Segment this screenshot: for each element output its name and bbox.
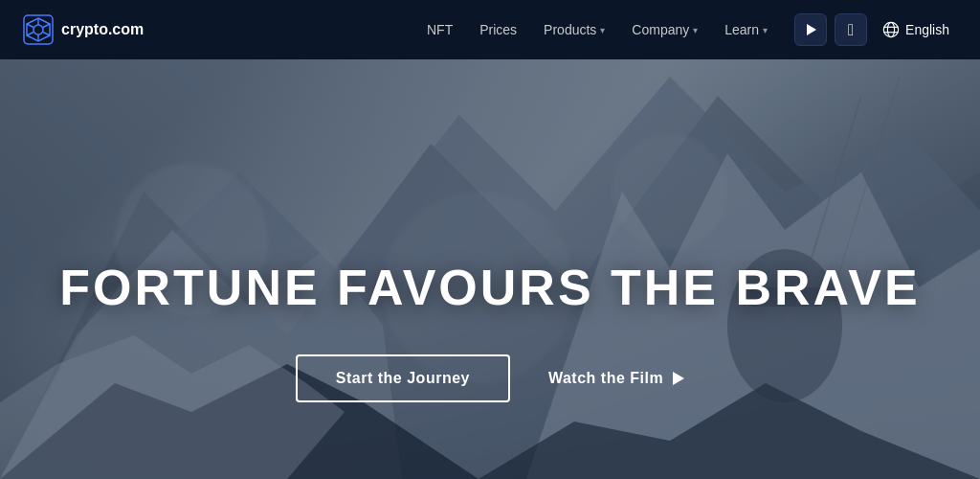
svg-line-23 xyxy=(43,24,50,28)
logo[interactable]: crypto.com xyxy=(23,14,144,45)
watch-film-button[interactable]: Watch the Film xyxy=(548,370,684,387)
nav-prices-label: Prices xyxy=(479,22,517,37)
company-chevron-icon: ▾ xyxy=(693,25,698,35)
hero-buttons: Start the Journey Watch the Film xyxy=(296,354,684,402)
nav-learn[interactable]: Learn ▾ xyxy=(724,22,768,37)
nav-learn-label: Learn xyxy=(724,22,759,37)
nav-company-label: Company xyxy=(632,22,689,37)
nav-prices[interactable]: Prices xyxy=(479,22,517,37)
svg-point-17 xyxy=(33,25,43,34)
start-journey-button[interactable]: Start the Journey xyxy=(296,354,510,402)
hero-overlay-darkener xyxy=(0,0,980,479)
crypto-logo-icon xyxy=(23,14,54,45)
nav-nft[interactable]: NFT xyxy=(427,22,453,37)
globe-icon xyxy=(882,21,900,38)
svg-point-24 xyxy=(883,22,898,36)
navbar: crypto.com NFT Prices Products ▾ Company… xyxy=(0,0,980,59)
nav-links: NFT Prices Products ▾ Company ▾ Learn ▾ xyxy=(427,22,768,37)
nav-products-label: Products xyxy=(544,22,596,37)
svg-line-21 xyxy=(43,33,50,36)
watch-film-label: Watch the Film xyxy=(548,370,663,387)
svg-line-20 xyxy=(27,24,33,28)
logo-text: crypto.com xyxy=(61,21,144,38)
nav-actions:  English xyxy=(794,13,957,46)
play-store-button[interactable] xyxy=(794,13,827,46)
products-chevron-icon: ▾ xyxy=(600,25,605,35)
svg-line-22 xyxy=(27,33,33,36)
hero-content: FORTUNE FAVOURS THE BRAVE Start the Jour… xyxy=(0,259,980,402)
hero-title: FORTUNE FAVOURS THE BRAVE xyxy=(59,259,920,316)
nav-nft-label: NFT xyxy=(427,22,453,37)
learn-chevron-icon: ▾ xyxy=(763,25,768,35)
app-store-button[interactable]:  xyxy=(835,13,867,46)
play-triangle-icon xyxy=(807,24,816,35)
apple-icon:  xyxy=(848,22,854,38)
hero-section: FORTUNE FAVOURS THE BRAVE Start the Jour… xyxy=(0,0,980,479)
language-label: English xyxy=(905,22,949,37)
nav-products[interactable]: Products ▾ xyxy=(544,22,605,37)
svg-point-25 xyxy=(887,22,894,36)
play-icon xyxy=(673,372,684,385)
language-selector[interactable]: English xyxy=(875,17,957,42)
nav-company[interactable]: Company ▾ xyxy=(632,22,698,37)
